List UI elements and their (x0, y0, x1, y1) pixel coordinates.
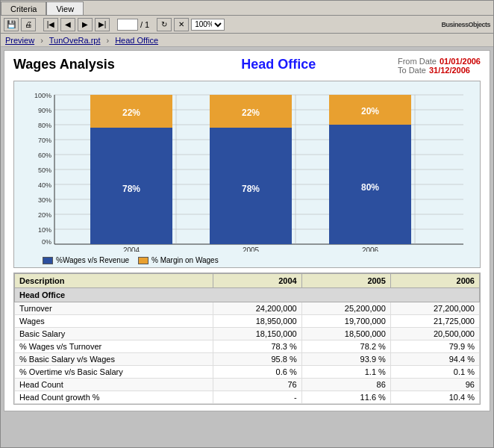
cell-2005: 78.2 % (301, 340, 390, 353)
cell-2005: 25,200,000 (301, 302, 390, 315)
svg-text:2006: 2006 (362, 246, 379, 252)
col-2004: 2004 (213, 274, 301, 288)
svg-text:20%: 20% (361, 106, 379, 116)
cell-2005: 86 (301, 379, 390, 391)
to-date-value: 31/12/2006 (429, 66, 470, 75)
cell-desc: % Basic Salary v/s Wages (15, 353, 213, 366)
legend-item-wages: %Wages v/s Revenue (43, 256, 129, 264)
svg-text:0%: 0% (42, 238, 51, 246)
app-window: Criteria View 💾 🖨 |◀ ◀ ▶ ▶| 1 / 1 ↻ ✕ 10… (0, 0, 494, 448)
cell-2004: 78.3 % (213, 340, 301, 353)
nav-first-button[interactable]: |◀ (43, 18, 58, 31)
cell-2004: 24,200,000 (213, 302, 301, 315)
table-row: % Basic Salary v/s Wages 95.8 % 93.9 % 9… (15, 353, 480, 366)
from-date-label: From Date (398, 57, 437, 66)
cell-2005: 1.1 % (301, 366, 390, 379)
svg-text:50%: 50% (38, 167, 51, 174)
svg-text:100%: 100% (34, 92, 51, 99)
legend-box-wages (43, 257, 53, 264)
data-table: Description 2004 2005 2006 Head Office T… (14, 273, 480, 404)
svg-text:90%: 90% (38, 107, 51, 114)
tab-criteria[interactable]: Criteria (1, 1, 46, 15)
svg-text:78%: 78% (122, 184, 140, 194)
stop-button[interactable]: ✕ (174, 18, 189, 31)
breadcrumb-preview[interactable]: Preview (5, 36, 34, 45)
cell-2005: 11.6 % (301, 391, 390, 404)
toolbar: 💾 🖨 |◀ ◀ ▶ ▶| 1 / 1 ↻ ✕ 100% 75% 150% Bu… (1, 16, 493, 34)
report-dates: From Date 01/01/2006 To Date 31/12/2006 (398, 57, 481, 75)
svg-text:22%: 22% (242, 108, 260, 118)
svg-text:30%: 30% (38, 196, 51, 204)
col-2006: 2006 (390, 274, 479, 288)
bar-chart: 100% 90% 80% 70% 60% 50% 40% 30% 20% 10%… (20, 87, 474, 252)
cell-2004: - (213, 391, 301, 404)
tab-view[interactable]: View (46, 1, 84, 15)
section-header-label: Head Office (15, 288, 480, 302)
svg-text:2004: 2004 (123, 246, 140, 252)
to-date-label: To Date (398, 66, 426, 75)
svg-text:2005: 2005 (243, 246, 260, 252)
breadcrumb-current[interactable]: Head Office (115, 36, 158, 45)
table-row: % Wages v/s Turnover 78.3 % 78.2 % 79.9 … (15, 340, 480, 353)
cell-2005: 18,500,000 (301, 328, 390, 340)
legend-label-margin: % Margin on Wages (151, 256, 219, 264)
svg-text:40%: 40% (38, 181, 51, 189)
cell-2006: 0.1 % (390, 366, 479, 379)
report-header: Wages Analysis Head Office From Date 01/… (4, 51, 490, 78)
cell-2006: 94.4 % (390, 353, 479, 366)
svg-text:80%: 80% (361, 182, 379, 193)
nav-prev-button[interactable]: ◀ (60, 18, 75, 31)
col-2005: 2005 (301, 274, 390, 288)
cell-2006: 21,725,000 (390, 315, 479, 328)
app-logo: BusinessObjects (441, 21, 490, 28)
total-pages-label: 1 (145, 20, 149, 29)
cell-desc: % Overtime v/s Basic Salary (15, 366, 213, 379)
breadcrumb-report[interactable]: TunOveRa.rpt (49, 36, 101, 45)
svg-text:78%: 78% (242, 184, 260, 194)
col-description: Description (15, 274, 213, 288)
table-row: % Overtime v/s Basic Salary 0.6 % 1.1 % … (15, 366, 480, 379)
cell-2005: 93.9 % (301, 353, 390, 366)
breadcrumb: Preview › TunOveRa.rpt › Head Office (1, 34, 493, 47)
legend-label-wages: %Wages v/s Revenue (56, 256, 129, 264)
svg-text:20%: 20% (38, 211, 51, 219)
cell-2006: 79.9 % (390, 340, 479, 353)
cell-2006: 20,500,000 (390, 328, 479, 340)
cell-desc: Turnover (15, 302, 213, 315)
table-row: Turnover 24,200,000 25,200,000 27,200,00… (15, 302, 480, 315)
svg-text:70%: 70% (38, 137, 51, 144)
cell-2004: 0.6 % (213, 366, 301, 379)
table-row: Wages 18,950,000 19,700,000 21,725,000 (15, 315, 480, 328)
table-header-row: Description 2004 2005 2006 (15, 274, 480, 288)
svg-text:10%: 10% (38, 226, 51, 234)
page-number-input[interactable]: 1 (117, 19, 138, 31)
chart-legend: %Wages v/s Revenue % Margin on Wages (20, 256, 474, 264)
save-button[interactable]: 💾 (4, 18, 19, 31)
data-table-wrapper: Description 2004 2005 2006 Head Office T… (13, 273, 481, 405)
print-button[interactable]: 🖨 (21, 18, 36, 31)
cell-2004: 76 (213, 379, 301, 391)
svg-text:22%: 22% (122, 108, 140, 118)
legend-box-margin (138, 257, 148, 264)
svg-text:60%: 60% (38, 152, 51, 159)
zoom-select[interactable]: 100% 75% 150% (191, 19, 225, 31)
nav-last-button[interactable]: ▶| (95, 18, 110, 31)
table-row: Basic Salary 18,150,000 18,500,000 20,50… (15, 328, 480, 340)
chart-container: 100% 90% 80% 70% 60% 50% 40% 30% 20% 10%… (13, 81, 481, 268)
report-area: Wages Analysis Head Office From Date 01/… (4, 50, 490, 411)
cell-2006: 96 (390, 379, 479, 391)
table-row: Head Count growth % - 11.6 % 10.4 % (15, 391, 480, 404)
cell-2004: 18,150,000 (213, 328, 301, 340)
nav-next-button[interactable]: ▶ (78, 18, 93, 31)
from-date-value: 01/01/2006 (440, 57, 481, 66)
cell-desc: Head Count (15, 379, 213, 391)
cell-desc: Head Count growth % (15, 391, 213, 404)
cell-2004: 18,950,000 (213, 315, 301, 328)
tab-bar: Criteria View (1, 1, 493, 16)
page-of-label: / (140, 20, 143, 29)
cell-2006: 27,200,000 (390, 302, 479, 315)
refresh-button[interactable]: ↻ (157, 18, 172, 31)
table-row: Head Count 76 86 96 (15, 379, 480, 391)
section-header-row: Head Office (15, 288, 480, 302)
report-subtitle: Head Office (160, 57, 398, 72)
